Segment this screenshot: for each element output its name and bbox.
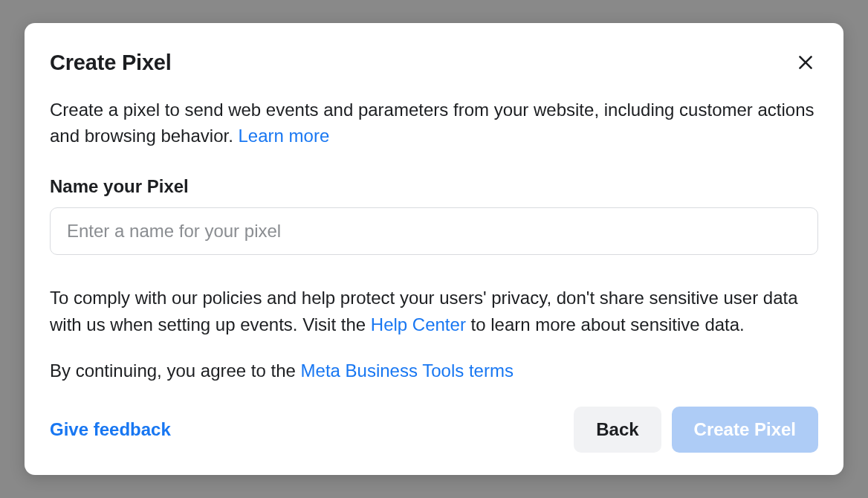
- description-text: Create a pixel to send web events and pa…: [50, 100, 814, 146]
- back-button[interactable]: Back: [574, 407, 661, 453]
- learn-more-link[interactable]: Learn more: [239, 126, 330, 146]
- policy-text-post: to learn more about sensitive data.: [466, 314, 745, 334]
- help-center-link[interactable]: Help Center: [371, 314, 466, 334]
- modal-description: Create a pixel to send web events and pa…: [50, 97, 818, 149]
- button-group: Back Create Pixel: [574, 407, 818, 453]
- policy-text: To comply with our policies and help pro…: [50, 285, 818, 338]
- pixel-name-label: Name your Pixel: [50, 176, 818, 197]
- create-pixel-button[interactable]: Create Pixel: [672, 407, 818, 453]
- close-icon: [796, 53, 815, 72]
- terms-text: By continuing, you agree to the Meta Bus…: [50, 358, 818, 384]
- modal-title: Create Pixel: [50, 51, 172, 75]
- terms-link[interactable]: Meta Business Tools terms: [301, 360, 514, 381]
- modal-footer: Give feedback Back Create Pixel: [50, 392, 818, 453]
- give-feedback-link[interactable]: Give feedback: [50, 419, 171, 440]
- close-button[interactable]: [793, 50, 818, 75]
- terms-text-pre: By continuing, you agree to the: [50, 360, 301, 381]
- modal-header: Create Pixel: [50, 50, 818, 75]
- pixel-name-input[interactable]: [50, 207, 818, 255]
- create-pixel-modal: Create Pixel Create a pixel to send web …: [25, 23, 843, 475]
